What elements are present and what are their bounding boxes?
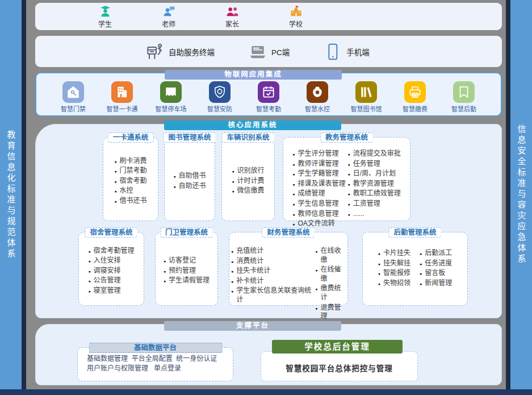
- bullet-icon: ●: [315, 249, 317, 264]
- system-item-label: 学生学籍管理: [298, 169, 338, 178]
- system-item-label: 自助借书: [179, 172, 206, 181]
- system-items: ●卡片挂失●挂失解挂●智能报修●失物招领●后勤派工●任务进度●留言板●新闻管理: [363, 232, 467, 305]
- system-item-label: 挂失卡统计: [236, 267, 270, 276]
- system-box: 财务管理系统●充值统计●消费统计●挂失卡统计●补卡统计●学生家长信息关联查询统计…: [229, 232, 348, 306]
- system-item: ●在线催缴: [315, 265, 346, 283]
- bullet-icon: ●: [315, 306, 317, 321]
- bullet-icon: ●: [164, 269, 166, 276]
- payment-pos-icon: [404, 81, 426, 103]
- system-item-label: 留言板: [425, 269, 445, 278]
- parking-icon: [160, 81, 182, 103]
- bullet-icon: ●: [348, 172, 350, 178]
- bottom-base-bar: [0, 389, 532, 395]
- system-item-label: 刷卡消费: [120, 157, 147, 166]
- terminal-label: PC端: [271, 46, 290, 57]
- bullet-icon: ●: [114, 189, 116, 196]
- system-column: ●识别放行●计时计费●微信缴费: [232, 166, 264, 196]
- user-roles-row: 学生老师家长学校: [35, 3, 502, 30]
- system-item: ●教师评课管理: [292, 160, 345, 169]
- iot-item-label: 智慧水控: [305, 104, 330, 113]
- system-item: ●宿舍考勤管理: [88, 247, 134, 256]
- system-box: 门卫管理系统●访客登记●预约管理●学生请假管理: [155, 232, 218, 306]
- system-item: ●挂失解挂: [378, 259, 410, 268]
- system-item: ●流程提交及审批: [348, 149, 401, 159]
- bullet-icon: ●: [292, 152, 295, 159]
- system-title: 后勤管理系统: [388, 227, 441, 238]
- system-item: ●退费管理: [315, 303, 346, 321]
- support-platform-section: 支撑平台 基础数据平台 基础数据管理 平台全局配置 统一身份认证 用户账户与权限…: [35, 324, 502, 385]
- bullet-icon: ●: [420, 251, 422, 258]
- system-item-label: 挂失解挂: [383, 259, 410, 268]
- terminal-label: 自助服务终端: [169, 46, 215, 57]
- iot-item-label: 智慧考勤: [256, 104, 281, 113]
- base-data-platform-box: 基础数据平台 基础数据管理 平台全局配置 统一身份认证 用户账户与权限管理 单点…: [77, 347, 233, 381]
- iot-item-label: 智慧缴费: [403, 104, 428, 113]
- user-item: 学校: [279, 5, 313, 28]
- system-item-label: 工资管理: [353, 199, 380, 209]
- bullet-icon: ●: [231, 289, 233, 304]
- system-box: 图书管理系统●自助借书●自助还书: [164, 137, 215, 221]
- left-divider: [22, 0, 26, 389]
- system-column: ●卡片挂失●挂失解挂●智能报修●失物招领: [378, 248, 410, 288]
- user-label: 老师: [162, 19, 175, 28]
- iot-items: 智慧门禁智慧一卡通智慧停车场智慧安防智慧考勤智慧水控智慧图书馆智慧缴费智慧后勤: [52, 81, 485, 113]
- system-item-label: 失物招领: [383, 279, 410, 288]
- iot-item-label: 智慧一卡通: [107, 104, 138, 113]
- system-item-label: 寝室管理: [94, 286, 121, 296]
- system-items: ●自助借书●自助还书: [165, 138, 215, 221]
- iot-item: 智慧停车场: [150, 81, 192, 113]
- system-item-label: 任务进度: [425, 259, 452, 268]
- system-item-label: 计时计费: [237, 177, 265, 186]
- bullet-icon: ●: [231, 259, 233, 266]
- system-item: ●访客登记: [164, 256, 210, 265]
- bullet-icon: ●: [173, 174, 175, 181]
- system-item-label: 微信缴费: [237, 186, 265, 196]
- terminal-item: 自助服务终端: [146, 43, 215, 61]
- system-item-label: 借书还书: [120, 197, 147, 206]
- bullet-icon: ●: [420, 271, 422, 278]
- iot-item-label: 智慧后勤: [451, 104, 476, 113]
- system-item: ●新闻管理: [420, 279, 452, 288]
- system-item-label: 公告管理: [94, 276, 121, 285]
- system-item: ●微信缴费: [232, 186, 264, 196]
- bullet-icon: ●: [231, 279, 233, 286]
- system-item-label: 智能报修: [383, 269, 410, 278]
- system-item: ●入住安排: [88, 256, 134, 265]
- system-item: ●挂失卡统计: [231, 267, 313, 276]
- system-item-label: 后勤派工: [425, 249, 452, 258]
- system-item-label: 排课及课表管理: [298, 180, 345, 189]
- system-item: ●水控: [114, 186, 146, 196]
- base-platform-line: 用户账户与权限管理 单点登录: [87, 364, 233, 373]
- core-applications-section: 核心应用系统 一卡通系统●刷卡消费●门禁考勤●宿舍考勤●水控●借书还书图书管理系…: [35, 124, 502, 318]
- smart-campus-architecture-diagram: 教育信息化标准与规范体系 信息安全标准与容灾应急体系 学生老师家长学校 自助服务…: [0, 0, 532, 395]
- user-label: 学校: [289, 19, 303, 28]
- school-admin-desc-box: 智慧校园平台总体把控与管理: [261, 351, 418, 381]
- system-items: ●识别放行●计时计费●微信缴费: [222, 138, 274, 221]
- iot-item: 智慧水控: [296, 81, 338, 113]
- system-item-label: 学生信息管理: [298, 199, 338, 209]
- system-item-label: 学生评分管理: [298, 149, 338, 159]
- bullet-icon: ●: [348, 212, 350, 219]
- system-item-label: 成绩管理: [298, 189, 325, 198]
- system-item-label: 消费统计: [236, 257, 263, 266]
- iot-item: 智慧门禁: [52, 81, 94, 113]
- system-item-label: 自助还书: [179, 182, 206, 191]
- system-item-label: 新闻管理: [425, 279, 452, 288]
- terminals-row: 自助服务终端PC端手机端: [35, 36, 502, 67]
- system-title: 图书管理系统: [163, 132, 216, 143]
- bullet-icon: ●: [348, 202, 350, 209]
- base-data-platform-title: 基础数据平台: [89, 343, 222, 353]
- teacher-icon: [162, 5, 175, 18]
- system-items: ●学生评分管理●教师评课管理●学生学籍管理●排课及课表管理●成绩管理●学生信息管…: [283, 138, 410, 221]
- system-item: ●排课及课表管理: [292, 180, 345, 189]
- system-item: ●学生信息管理: [292, 199, 345, 209]
- system-box: 后勤管理系统●卡片挂失●挂失解挂●智能报修●失物招领●后勤派工●任务进度●留言板…: [362, 232, 468, 306]
- support-section-header: 支撑平台: [164, 321, 341, 331]
- system-column: ●学生评分管理●教师评课管理●学生学籍管理●排课及课表管理●成绩管理●学生信息管…: [292, 149, 345, 229]
- bullet-icon: ●: [292, 202, 295, 209]
- system-item: ●成绩管理: [292, 189, 345, 198]
- bullet-icon: ●: [232, 189, 234, 196]
- system-column: ●刷卡消费●门禁考勤●宿舍考勤●水控●借书还书: [114, 156, 146, 206]
- system-item-label: 任务管理: [353, 160, 380, 169]
- bullet-icon: ●: [378, 271, 380, 278]
